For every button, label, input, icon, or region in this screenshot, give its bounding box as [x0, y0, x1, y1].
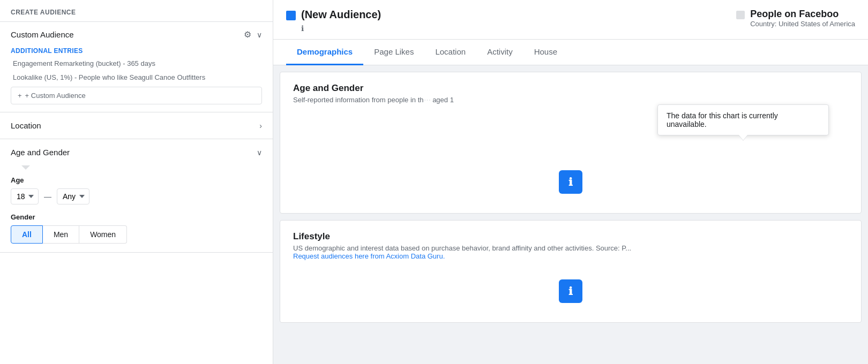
gender-women-button[interactable]: Women: [79, 225, 127, 244]
acxiom-link[interactable]: Request audiences here from Acxiom Data …: [293, 252, 445, 260]
create-audience-header: CREATE AUDIENCE: [0, 0, 273, 22]
lifestyle-info-button[interactable]: ℹ: [559, 279, 582, 303]
entry-item: Lookalike (US, 1%) - People who like Sea…: [11, 73, 262, 82]
location-title: Location: [11, 121, 41, 130]
tooltip-text: The data for this chart is currently una…: [667, 111, 778, 128]
age-gender-card-subtitle: Self-reported information from people in…: [293, 96, 848, 104]
entry-item: Engagement Remarketing (bucket) - 365 da…: [11, 59, 262, 69]
lifestyle-card-title: Lifestyle: [293, 231, 848, 242]
audience-name-section: (New Audience) ℹ: [286, 9, 381, 33]
info-icon-lifestyle: ℹ: [568, 279, 573, 303]
custom-audience-section: Custom Audience ⚙ ∨ ADDITIONAL ENTRIES E…: [0, 22, 273, 112]
triangle-indicator: [21, 165, 30, 170]
add-custom-audience-label: + Custom Audience: [25, 92, 86, 100]
lifestyle-card-subtitle: US demographic and interest data based o…: [293, 244, 848, 260]
stats-subtitle: Country: United States of America: [750, 20, 855, 28]
age-label: Age: [11, 176, 262, 184]
tab-page-likes[interactable]: Page Likes: [363, 40, 424, 65]
info-icon: ℹ: [568, 170, 573, 194]
audience-color-block: [286, 11, 296, 20]
audience-name: (New Audience): [301, 9, 381, 21]
age-gender-section: Age and Gender ∨ Age 18 21 25 — Any 24 3…: [0, 139, 273, 253]
tab-location[interactable]: Location: [424, 40, 476, 65]
custom-audience-header[interactable]: Custom Audience ⚙ ∨: [0, 22, 273, 47]
age-gender-card-title: Age and Gender: [293, 83, 848, 94]
location-header[interactable]: Location ›: [0, 112, 273, 139]
gender-men-button[interactable]: Men: [43, 225, 79, 244]
chevron-down-icon[interactable]: ∨: [257, 31, 262, 39]
audience-header: (New Audience) ℹ People on Faceboo Count…: [273, 0, 868, 40]
audience-name-wrapper: (New Audience) ℹ: [301, 9, 381, 33]
tooltip-container: The data for this chart is currently una…: [657, 104, 829, 135]
sidebar: CREATE AUDIENCE Custom Audience ⚙ ∨ ADDI…: [0, 0, 273, 364]
lifestyle-card: Lifestyle US demographic and interest da…: [280, 220, 862, 323]
stats-title: People on Faceboo: [750, 9, 855, 20]
custom-audience-icons: ⚙ ∨: [244, 29, 262, 40]
age-gender-card: Age and Gender Self-reported information…: [280, 72, 862, 214]
age-to-select[interactable]: Any 24 35: [57, 188, 89, 204]
settings-icon[interactable]: ⚙: [244, 29, 251, 40]
plus-icon: +: [18, 92, 22, 100]
age-gender-content: Age 18 21 25 — Any 24 35 Gender All Men …: [0, 165, 273, 252]
content-area: Age and Gender Self-reported information…: [273, 65, 868, 364]
gender-label: Gender: [11, 213, 262, 221]
add-custom-audience-button[interactable]: + + Custom Audience: [11, 87, 262, 104]
audience-stats: People on Faceboo Country: United States…: [736, 9, 855, 28]
stats-color-block: [736, 11, 745, 19]
additional-entries-title: ADDITIONAL ENTRIES: [11, 47, 262, 55]
location-section: Location ›: [0, 112, 273, 139]
gender-all-button[interactable]: All: [11, 225, 43, 244]
chevron-right-icon[interactable]: ›: [259, 122, 262, 130]
age-gender-info-button[interactable]: ℹ: [559, 170, 582, 194]
age-from-select[interactable]: 18 21 25: [11, 188, 39, 204]
create-audience-title: CREATE AUDIENCE: [11, 9, 76, 16]
chevron-down-icon-age[interactable]: ∨: [257, 148, 262, 157]
age-inputs: 18 21 25 — Any 24 35: [11, 188, 262, 204]
stats-text: People on Faceboo Country: United States…: [750, 9, 855, 28]
age-range-dash: —: [44, 192, 51, 201]
custom-audience-title: Custom Audience: [11, 30, 74, 39]
gender-buttons: All Men Women: [11, 225, 262, 244]
age-gender-title: Age and Gender: [11, 148, 70, 157]
audience-info-icon[interactable]: ℹ: [301, 24, 381, 33]
tooltip-box: The data for this chart is currently una…: [657, 104, 829, 135]
tab-demographics[interactable]: Demographics: [286, 40, 363, 65]
tab-activity[interactable]: Activity: [476, 40, 523, 65]
main-content: (New Audience) ℹ People on Faceboo Count…: [273, 0, 868, 364]
additional-entries: ADDITIONAL ENTRIES Engagement Remarketin…: [0, 47, 273, 112]
age-gender-header[interactable]: Age and Gender ∨: [0, 139, 273, 165]
tab-household[interactable]: House: [523, 40, 568, 65]
tabs: Demographics Page Likes Location Activit…: [273, 40, 868, 65]
